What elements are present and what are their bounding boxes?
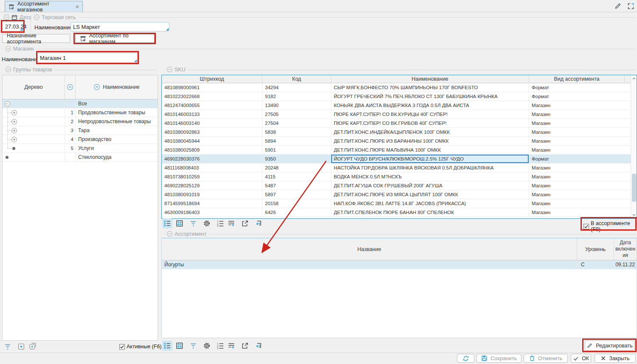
column-header-barcode[interactable]: Штрихкод — [162, 75, 262, 83]
sku-name[interactable]: СЫР МЯГК.БОНФЕСТО 70% ШАМПИНЬОНЫ 170Г BO… — [331, 83, 529, 92]
tree-toggle-icon[interactable] — [11, 110, 17, 116]
sku-row[interactable]: 4810738010259 4115 ВОДКА МЕНСК 0.5Л М?НС… — [162, 172, 631, 181]
tree-row[interactable]: 5 Услуги — [3, 144, 158, 153]
filter-button[interactable] — [188, 341, 198, 351]
sku-row[interactable]: 4811168008403 20248 НАСТОЙКА ГОР.ДОБРА Ш… — [162, 164, 631, 172]
grid-view-button[interactable] — [175, 341, 185, 351]
sku-row[interactable]: 4690228025129 5487 ДЕТ.ПИТ.АГУША СОК ГРУ… — [162, 181, 631, 190]
grid-view-button[interactable] — [175, 218, 185, 229]
sku-name[interactable]: НАСТОЙКА ГОР.ДОБРА ШКЛЯНКА ВЯСКОВАЯ 0.5Л… — [331, 164, 529, 172]
tab-assortment-by-stores[interactable]: Ассортимент по магазинам — [75, 34, 155, 43]
assortment-row[interactable]: Йогурты С 09.11.22 — [162, 260, 637, 269]
sku-name[interactable]: КОНЬЯК ДВА АИСТА ВЫДЕРЖКА 3 ГОДА 0.5Л ДВ… — [331, 101, 529, 110]
sku-row[interactable]: 8714599518694 20158 НАП.КОФ.ЯКОБС 3В1 ЛА… — [162, 199, 631, 208]
tree-toggle-icon[interactable] — [11, 128, 17, 133]
open-external-button[interactable] — [240, 218, 250, 229]
tab-close-icon[interactable]: × — [76, 3, 79, 10]
save-button[interactable]: Сохранить — [476, 354, 521, 363]
sku-row[interactable]: 4810146003140 27504 ПЮРЕ КАРТ.СУПЕР! СО … — [162, 119, 631, 128]
column-header-title[interactable]: Название — [162, 238, 577, 260]
sku-name[interactable]: ЙОГУРТ ГРЕЧЕСКИЙ 7% ПЕЧ.ЯБЛОКО СТ 130Г Б… — [331, 92, 529, 101]
cancel-button[interactable]: Отменить — [524, 354, 568, 363]
open-external-button[interactable] — [240, 341, 250, 351]
active-checkbox[interactable] — [119, 344, 125, 350]
tree-row-name[interactable]: Услуги — [76, 144, 158, 152]
tree-row[interactable]: 1 Продовольственные товары — [3, 108, 158, 117]
tree-expander-cell[interactable] — [3, 108, 65, 117]
collapse-group-icon[interactable]: − — [167, 231, 172, 237]
scroll-up-button[interactable] — [631, 75, 637, 82]
sku-row[interactable]: 4812474000655 13490 КОНЬЯК ДВА АИСТА ВЫД… — [162, 101, 631, 110]
filter-button[interactable] — [3, 341, 13, 352]
collapse-group-icon[interactable]: − — [167, 67, 172, 72]
refresh-button[interactable] — [457, 354, 474, 363]
column-header-kind[interactable]: Вид ассортимента — [529, 75, 625, 83]
refresh-rows-button[interactable] — [254, 218, 264, 229]
edit-button[interactable]: Редактировать — [585, 340, 634, 351]
numbered-list-button[interactable] — [215, 341, 225, 351]
sku-name[interactable]: НАП.КОФ.ЯКОБС 3В1 ЛАТТЕ 14.8Г JACOBS (ПР… — [331, 199, 529, 208]
sku-row[interactable]: 4810380045944 5894 ДЕТ.ПИТ.КОНС.ПЮРЕ ИЗ … — [162, 137, 631, 146]
assortment-name[interactable]: Йогурты — [162, 260, 577, 269]
numbered-list-button[interactable] — [215, 218, 225, 229]
sku-name[interactable]: ДЕТ.ПИТ.КОНС.ПЮРЕ ИЗ МЯСА ЦЫПЛЯТ 100Г ОМ… — [331, 190, 529, 199]
collapse-group-icon[interactable]: − — [34, 14, 39, 20]
edit-pencil-button[interactable] — [613, 2, 623, 10]
network-name-input[interactable]: LS Маркет — [70, 22, 169, 31]
sku-name[interactable]: ДЕТ.ПИТ.КОНС.ИНДЕЙКА/ЦЫПЛЕНОК 100Г ОМКК — [331, 128, 529, 136]
expand-all-button[interactable] — [28, 341, 38, 351]
sku-row[interactable]: 4810380025809 5901 ДЕТ.ПИТ.КОНС.ПЮРЕ МАЛ… — [162, 146, 631, 155]
sku-row[interactable]: 4630009186403 6426 ДЕТ.ПИТ.СПЕЛЕНОК ПЮРЕ… — [162, 208, 631, 217]
tree-toggle-icon[interactable] — [5, 101, 10, 107]
tree-row[interactable]: 4 Производство — [3, 135, 158, 144]
expand-node-button[interactable] — [16, 341, 26, 352]
window-tab-assortiment[interactable]: Ассортимент магазинов × — [5, 1, 83, 12]
list-view-button[interactable] — [162, 341, 172, 351]
sku-name[interactable]: ЙОГУРТ ЧУДО БРУСН/КЛЮКВ/МОРОШ.2.5% 125Г … — [331, 155, 529, 163]
filter-button[interactable] — [188, 218, 198, 229]
column-header-code[interactable]: Код — [262, 75, 331, 83]
tree-expander-cell[interactable] — [3, 144, 65, 152]
tree-row[interactable]: Все — [3, 99, 158, 108]
tree-expander-cell[interactable] — [3, 117, 65, 126]
date-input[interactable]: 27.03.24 — [3, 22, 23, 31]
collapse-group-icon[interactable]: − — [6, 46, 11, 51]
scrollbar-thumb[interactable] — [632, 174, 636, 202]
tree-row-name[interactable]: Непродовольственные товары — [76, 117, 158, 126]
tree-row-name[interactable]: Продовольственные товары — [76, 108, 158, 117]
sku-row[interactable]: 4810898000961 34294 СЫР МЯГК.БОНФЕСТО 70… — [162, 83, 631, 92]
scroll-down-button[interactable] — [631, 212, 637, 218]
tree-toggle-icon[interactable] — [11, 137, 17, 142]
sku-row[interactable]: 4810380092863 5838 ДЕТ.ПИТ.КОНС.ИНДЕЙКА/… — [162, 128, 631, 137]
collapse-group-icon[interactable]: − — [4, 14, 9, 20]
in-assortment-checkbox[interactable] — [583, 224, 589, 229]
store-name-input[interactable]: Магазин 1 — [37, 53, 138, 63]
sku-row[interactable]: 4810146003133 27505 ПЮРЕ КАРТ.СУПЕР! СО … — [162, 110, 631, 119]
tree-expander-cell[interactable] — [3, 99, 65, 108]
close-button[interactable]: Закрыть — [595, 354, 636, 363]
sku-name[interactable]: ДЕТ.ПИТ.КОНС.ПЮРЕ ИЗ БАРАНИНЫ 100Г ОМКК — [331, 137, 529, 145]
sku-name[interactable]: ДЕТ.ПИТ.СПЕЛЕНОК ПЮРЕ БАНАН 80Г СПЕЛЕНОК — [331, 208, 529, 217]
tree-row[interactable]: 2 Непродовольственные товары — [3, 117, 158, 126]
tab-assortment-assignment[interactable]: Назначение ассортимента — [2, 34, 70, 43]
tree-row-name[interactable]: Стеклопосуда — [76, 153, 158, 161]
tree-expander-cell[interactable] — [3, 153, 65, 161]
fullscreen-button[interactable] — [626, 2, 635, 10]
tree-toggle-icon[interactable] — [6, 156, 8, 159]
column-header-name[interactable]: Наименование — [76, 75, 158, 99]
settings-button[interactable] — [202, 218, 212, 229]
column-sort-button[interactable] — [65, 75, 76, 99]
add-to-list-button[interactable] — [226, 218, 237, 229]
sku-row[interactable]: 4690228030376 9350 ЙОГУРТ ЧУДО БРУСН/КЛЮ… — [162, 155, 631, 164]
ok-button[interactable]: ОК — [571, 354, 591, 363]
refresh-rows-button[interactable] — [254, 341, 264, 351]
settings-button[interactable] — [202, 341, 212, 351]
list-view-button[interactable] — [162, 218, 172, 229]
active-checkbox-row[interactable]: Активные (F6) — [119, 344, 162, 350]
tree-row-name[interactable]: Все — [76, 99, 158, 108]
tree-row[interactable]: Стеклопосуда — [3, 153, 158, 162]
column-header-date[interactable]: Дата включения — [614, 238, 637, 260]
sku-name[interactable]: ПЮРЕ КАРТ.СУПЕР! СО ВК.ГРИБОВ 40Г СУПЕР! — [331, 119, 529, 127]
sku-name[interactable]: ДЕТ.ПИТ.КОНС.ПЮРЕ МАЛЬВИНА 100Г ОМКК — [331, 146, 529, 154]
sku-name[interactable]: ПЮРЕ КАРТ.СУПЕР! СО ВК.КУРИЦЫ 40Г СУПЕР! — [331, 110, 529, 119]
